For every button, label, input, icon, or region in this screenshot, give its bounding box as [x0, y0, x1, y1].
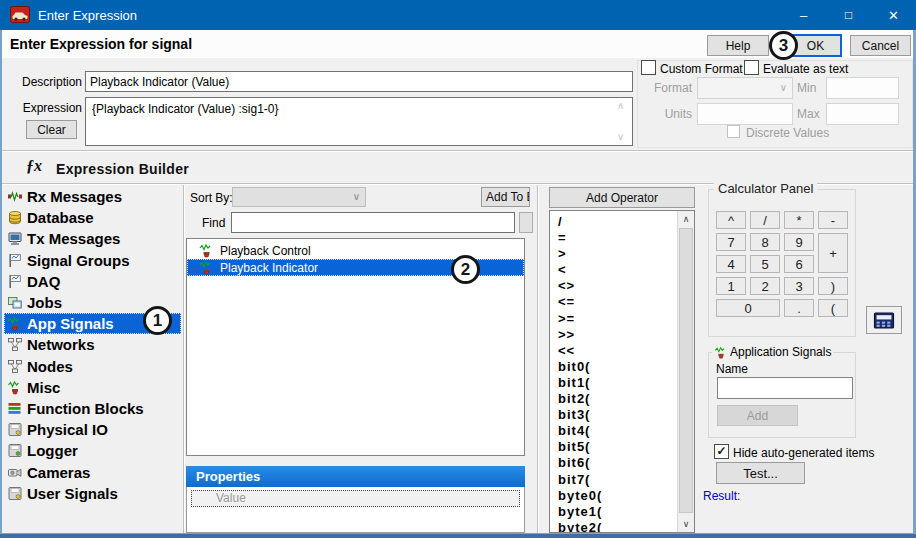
minimize-button[interactable]: – [781, 0, 826, 30]
operator-item[interactable]: byte1( [558, 504, 677, 520]
user-signals-icon [7, 486, 23, 501]
sidebar-item-nodes[interactable]: Nodes [4, 356, 181, 377]
result-label: Result: [703, 489, 740, 503]
calc-key-0[interactable]: 0 [716, 299, 780, 317]
calc-key-5[interactable]: 5 [750, 255, 780, 273]
calc-key-4[interactable]: 4 [716, 255, 746, 273]
calc-key-9[interactable]: 9 [784, 233, 814, 251]
sidebar-item-label: User Signals [27, 485, 118, 502]
operator-item[interactable]: byte0( [558, 488, 677, 504]
application-signals-title: Application Signals [730, 345, 831, 359]
database-icon [7, 210, 23, 225]
sidebar-item-rx-messages[interactable]: Rx Messages [4, 186, 181, 207]
find-input[interactable] [231, 212, 515, 233]
chevron-down-icon: ∨ [780, 82, 787, 93]
hide-auto-generated-checkbox[interactable]: ✓ [714, 444, 729, 459]
maximize-button[interactable]: □ [826, 0, 871, 30]
sidebar-item-jobs[interactable]: Jobs [4, 292, 181, 313]
calc-key-divide[interactable]: / [750, 211, 780, 229]
operator-item[interactable]: >= [558, 311, 677, 327]
misc-icon [7, 380, 23, 395]
sidebar-item-tx-messages[interactable]: Tx Messages [4, 228, 181, 249]
calc-key-7[interactable]: 7 [716, 233, 746, 251]
calc-key-minus[interactable]: - [818, 211, 848, 229]
sidebar-item-function-blocks[interactable]: Function Blocks [4, 398, 181, 419]
sidebar-item-physical-io[interactable]: Physical IO [4, 419, 181, 440]
sidebar-item-database[interactable]: Database [4, 207, 181, 228]
operator-item[interactable]: bit3( [558, 407, 677, 423]
operator-item[interactable]: bit6( [558, 455, 677, 471]
function-blocks-icon [7, 401, 23, 416]
operator-item[interactable]: / [558, 214, 677, 230]
test-button[interactable]: Test... [716, 462, 805, 484]
add-operator-button[interactable]: Add Operator [549, 187, 695, 208]
operator-item[interactable]: bit1( [558, 375, 677, 391]
sidebar-item-logger[interactable]: Logger [4, 440, 181, 461]
operator-item[interactable]: byte2( [558, 520, 677, 532]
scroll-up-icon[interactable]: ∧ [678, 214, 694, 224]
find-label: Find [202, 216, 225, 230]
sidebar-item-signal-groups[interactable]: Signal Groups [4, 250, 181, 271]
calc-key-open-paren[interactable]: ( [818, 299, 848, 317]
sidebar-item-daq[interactable]: DAQ [4, 271, 181, 292]
scroll-up-icon[interactable]: ∧ [617, 100, 624, 111]
operator-item[interactable]: = [558, 230, 677, 246]
signal-list-item-playback-indicator[interactable]: Playback Indicator [187, 259, 524, 276]
operator-item[interactable]: bit4( [558, 423, 677, 439]
description-input[interactable] [85, 71, 633, 92]
signal-list-item-playback-control[interactable]: Playback Control [187, 242, 524, 259]
calc-key-multiply[interactable]: * [784, 211, 814, 229]
sidebar-item-user-signals[interactable]: User Signals [4, 483, 181, 504]
discrete-values-checkbox: ✓ [727, 125, 740, 138]
operator-item[interactable]: bit0( [558, 359, 677, 375]
app-signal-icon [199, 243, 214, 258]
calc-key-6[interactable]: 6 [784, 255, 814, 273]
sidebar-item-app-signals[interactable]: App Signals [4, 313, 181, 334]
evaluate-as-text-checkbox[interactable]: ✓ [744, 60, 759, 75]
operator-item[interactable]: << [558, 343, 677, 359]
calc-key-plus[interactable]: + [818, 233, 848, 273]
ok-button[interactable]: OK [789, 34, 842, 57]
scroll-down-icon[interactable]: ∨ [617, 131, 624, 142]
operator-item[interactable]: bit7( [558, 472, 677, 488]
custom-format-checkbox[interactable]: ✓ [641, 60, 656, 75]
operator-item[interactable]: bit5( [558, 439, 677, 455]
app-signal-icon [199, 260, 214, 275]
operator-item[interactable]: <> [558, 278, 677, 294]
calc-key-2[interactable]: 2 [750, 277, 780, 295]
clear-button[interactable]: Clear [26, 120, 77, 139]
calc-key-decimal[interactable]: . [784, 299, 814, 317]
help-button[interactable]: Help [707, 35, 769, 56]
calc-key-1[interactable]: 1 [716, 277, 746, 295]
operator-item[interactable]: < [558, 262, 677, 278]
sidebar-item-label: Tx Messages [27, 230, 120, 247]
scroll-down-icon[interactable]: ∨ [678, 519, 694, 529]
daq-icon [7, 274, 23, 289]
add-to-expression-button[interactable]: Add To Ex [481, 187, 530, 207]
expression-textarea[interactable]: {Playback Indicator (Value) :sig1-0} [85, 97, 633, 146]
calc-key-close-paren[interactable]: ) [818, 277, 848, 295]
name-input[interactable] [717, 377, 853, 399]
units-input [697, 103, 793, 125]
operator-scrollbar[interactable]: ∧ ∨ [677, 211, 694, 532]
sidebar-item-misc[interactable]: Misc [4, 377, 181, 398]
scrollbar-thumb[interactable] [679, 228, 693, 513]
calc-key-3[interactable]: 3 [784, 277, 814, 295]
calc-key-power[interactable]: ^ [716, 211, 746, 229]
networks-icon [7, 337, 23, 352]
sidebar-item-label: Signal Groups [27, 252, 130, 269]
sidebar-item-networks[interactable]: Networks [4, 334, 181, 355]
cancel-button[interactable]: Cancel [850, 35, 911, 56]
close-button[interactable]: ✕ [871, 0, 916, 30]
operator-item[interactable]: >> [558, 327, 677, 343]
sidebar-item-label: Nodes [27, 358, 73, 375]
calculator-popup-button[interactable] [866, 306, 902, 334]
operator-item[interactable]: <= [558, 294, 677, 310]
operator-item[interactable]: bit2( [558, 391, 677, 407]
property-row-value[interactable]: Value [191, 490, 520, 507]
operator-item[interactable]: > [558, 246, 677, 262]
sidebar-item-cameras[interactable]: Cameras [4, 461, 181, 482]
calc-key-8[interactable]: 8 [750, 233, 780, 251]
signal-list: Playback ControlPlayback Indicator [186, 238, 525, 456]
fx-icon: ƒx [26, 157, 42, 175]
